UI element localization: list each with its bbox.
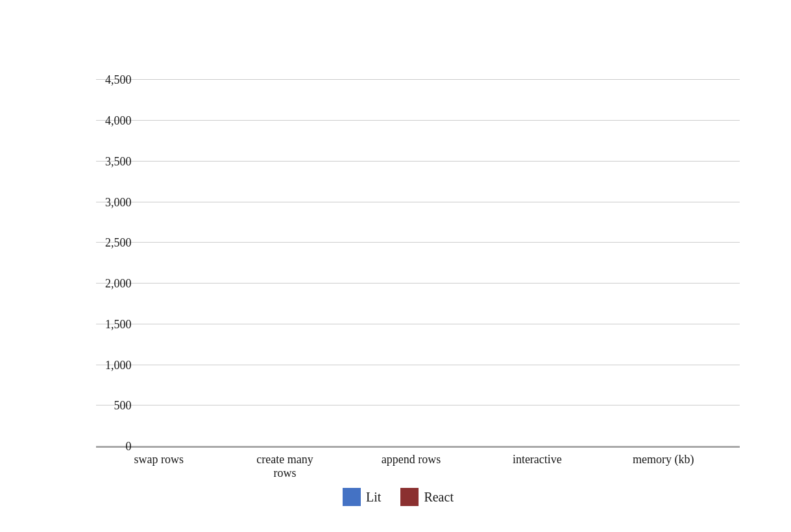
legend-color-box [343, 488, 361, 506]
legend-item: React [400, 488, 454, 506]
grid-and-bars: 4,5004,0003,5003,0002,5002,0001,5001,000… [57, 79, 740, 446]
chart-container: 4,5004,0003,5003,0002,5002,0001,5001,000… [39, 13, 753, 519]
x-axis-labels: swap rowscreate manyrowsappend rowsinter… [57, 448, 740, 480]
bars-container [96, 79, 740, 446]
x-axis-label: create manyrows [244, 453, 326, 480]
legend: LitReact [57, 488, 740, 506]
legend-item: Lit [343, 488, 381, 506]
x-axis-label: interactive [496, 453, 578, 480]
x-axis-label: append rows [370, 453, 452, 480]
x-axis-label: memory (kb) [622, 453, 704, 480]
legend-label: Lit [366, 490, 381, 505]
legend-label: React [424, 490, 454, 505]
x-axis-label: swap rows [118, 453, 200, 480]
chart-area: 4,5004,0003,5003,0002,5002,0001,5001,000… [52, 79, 740, 506]
legend-color-box [400, 488, 419, 506]
plot-area: 4,5004,0003,5003,0002,5002,0001,5001,000… [57, 79, 740, 446]
chart-inner: 4,5004,0003,5003,0002,5002,0001,5001,000… [57, 79, 740, 506]
